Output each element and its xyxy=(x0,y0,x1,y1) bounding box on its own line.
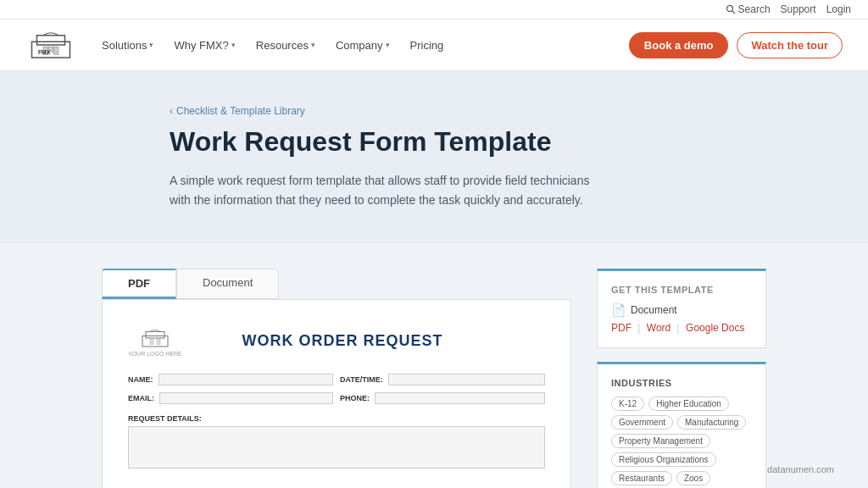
industry-tags: K-12Higher EducationGovernmentManufactur… xyxy=(611,396,752,488)
nav-pricing[interactable]: Pricing xyxy=(402,34,453,57)
industry-tag: Restaurants xyxy=(611,471,672,485)
industries-title: INDUSTRIES xyxy=(611,378,752,388)
doc-row: 📄 Document xyxy=(611,303,752,317)
get-template-title: GET THIS TEMPLATE xyxy=(611,285,752,295)
email-input-box xyxy=(159,392,333,404)
right-panel: GET THIS TEMPLATE 📄 Document PDF | Word … xyxy=(597,269,766,488)
form-logo: YOUR LOGO HERE xyxy=(128,325,182,357)
nav-resources[interactable]: Resources ▾ xyxy=(248,34,324,57)
phone-field-row: PHONE: xyxy=(340,392,545,404)
email-field-row: EMAIL: xyxy=(128,392,333,404)
search-link[interactable]: Search xyxy=(726,3,771,15)
nav-cta: Book a demo Watch the tour xyxy=(629,32,843,58)
svg-point-0 xyxy=(726,6,732,12)
form-header: YOUR LOGO HERE WORK ORDER REQUEST xyxy=(128,325,545,357)
get-template-card: GET THIS TEMPLATE 📄 Document PDF | Word … xyxy=(597,269,766,348)
logo-image: FMX xyxy=(25,28,76,62)
chevron-down-icon: ▾ xyxy=(386,41,390,49)
form-fields: NAME: DATE/TIME: EMAIL: PHONE: xyxy=(128,374,545,404)
nav-links: Solutions ▾ Why FMX? ▾ Resources ▾ Compa… xyxy=(93,34,629,57)
datetime-label: DATE/TIME: xyxy=(340,375,383,384)
nav-company[interactable]: Company ▾ xyxy=(327,34,398,57)
document-icon: 📄 xyxy=(611,303,626,317)
book-demo-button[interactable]: Book a demo xyxy=(629,32,729,58)
request-details-textarea xyxy=(128,426,545,469)
datetime-input-box xyxy=(388,374,545,385)
industry-tag: Property Management xyxy=(611,434,710,448)
phone-input-box xyxy=(375,392,545,404)
support-link[interactable]: Support xyxy=(781,3,816,15)
utility-bar: Search Support Login xyxy=(0,0,868,19)
industries-card: INDUSTRIES K-12Higher EducationGovernmen… xyxy=(597,362,766,488)
phone-label: PHONE: xyxy=(340,394,370,402)
google-docs-link[interactable]: Google Docs xyxy=(686,322,744,334)
svg-rect-5 xyxy=(53,47,58,54)
form-preview: YOUR LOGO HERE WORK ORDER REQUEST NAME: … xyxy=(102,299,571,488)
main-nav: FMX Solutions ▾ Why FMX? ▾ Resources ▾ C… xyxy=(0,19,868,71)
name-field-row: NAME: xyxy=(128,374,333,385)
chevron-down-icon: ▾ xyxy=(149,41,153,49)
page-title: Work Request Form Template xyxy=(170,125,698,158)
svg-rect-3 xyxy=(37,36,65,45)
word-link[interactable]: Word xyxy=(647,322,670,334)
search-icon xyxy=(726,4,736,14)
industry-tag: Manufacturing xyxy=(677,415,746,430)
doc-label: Document xyxy=(631,304,677,316)
industry-tag: Zoos xyxy=(676,471,710,485)
chevron-down-icon: ▾ xyxy=(311,41,315,49)
watch-tour-button[interactable]: Watch the tour xyxy=(737,32,843,58)
industry-tag: Religious Organizations xyxy=(611,452,716,467)
logo[interactable]: FMX xyxy=(25,28,76,62)
datetime-field-row: DATE/TIME: xyxy=(340,374,545,385)
pdf-link[interactable]: PDF xyxy=(611,322,632,334)
form-title: WORK ORDER REQUEST xyxy=(182,332,503,350)
hero-description: A simple work request form template that… xyxy=(170,171,593,209)
industry-tag: Higher Education xyxy=(648,396,729,411)
doc-links: PDF | Word | Google Docs xyxy=(611,322,752,334)
tab-document[interactable]: Document xyxy=(176,269,279,299)
svg-text:FMX: FMX xyxy=(38,49,51,55)
content-area: PDF Document YOUR LOGO HERE WORK ORDER R… xyxy=(0,243,868,488)
form-logo-image xyxy=(138,325,172,351)
form-logo-text: YOUR LOGO HERE xyxy=(128,351,182,357)
email-label: EMAIL: xyxy=(128,394,154,402)
svg-line-1 xyxy=(732,11,734,14)
breadcrumb[interactable]: ‹ Checklist & Template Library xyxy=(170,105,698,117)
svg-rect-10 xyxy=(150,340,153,345)
name-label: NAME: xyxy=(128,375,153,384)
nav-solutions[interactable]: Solutions ▾ xyxy=(93,34,162,57)
login-link[interactable]: Login xyxy=(826,3,851,15)
left-panel: PDF Document YOUR LOGO HERE WORK ORDER R… xyxy=(102,269,571,488)
svg-rect-9 xyxy=(146,332,164,339)
svg-rect-11 xyxy=(157,340,160,345)
tabs: PDF Document xyxy=(102,269,571,299)
watermark: datanumen.com xyxy=(750,458,851,481)
request-details-label: REQUEST DETAILS: xyxy=(128,414,545,423)
hero-section: ‹ Checklist & Template Library Work Requ… xyxy=(0,71,868,243)
chevron-down-icon: ▾ xyxy=(231,41,236,49)
name-input-box xyxy=(159,374,334,385)
tab-pdf[interactable]: PDF xyxy=(102,269,176,299)
nav-why-fmx[interactable]: Why FMX? ▾ xyxy=(165,34,243,57)
breadcrumb-arrow: ‹ xyxy=(170,105,173,117)
industry-tag: K-12 xyxy=(611,396,644,411)
industry-tag: Government xyxy=(611,415,673,430)
